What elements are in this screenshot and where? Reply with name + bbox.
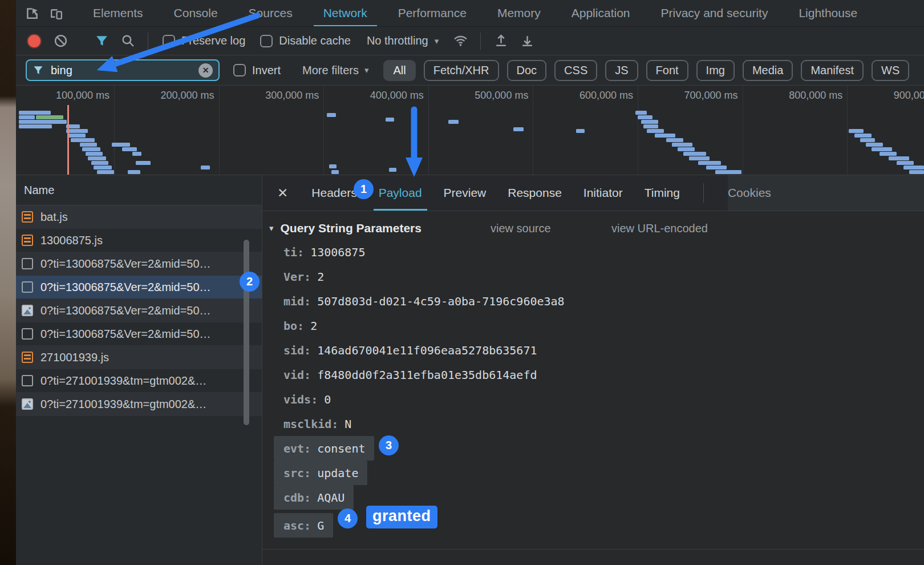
param-pair: cdb: AQAU	[274, 485, 354, 510]
param-pair: msclkid: N	[283, 411, 360, 436]
network-overview-timeline[interactable]: 100,000 ms 200,000 ms 300,000 ms 400,000…	[16, 86, 924, 175]
preserve-log-label: Preserve log	[181, 34, 245, 47]
waterfall-bar	[112, 143, 130, 147]
request-row[interactable]: 0?ti=13006875&Ver=2&mid=50…	[16, 299, 262, 322]
waterfall-bar	[327, 113, 336, 117]
request-list-scrollbar[interactable]	[244, 240, 249, 425]
clear-filter-icon[interactable]: ✕	[198, 63, 213, 78]
detail-tab[interactable]: Payload	[368, 175, 433, 211]
filter-input[interactable]: bing ✕	[26, 59, 220, 81]
request-row[interactable]: 0?ti=13006875&Ver=2&mid=50…	[16, 322, 262, 346]
waterfall-bar	[635, 111, 647, 115]
param-key: cdb:	[283, 491, 311, 505]
waterfall-bar	[889, 156, 909, 160]
waterfall-bar	[86, 152, 103, 156]
filter-chip[interactable]: JS	[605, 60, 638, 81]
query-string-section-header[interactable]: ▾ Query String Parameters view source vi…	[269, 219, 924, 237]
filter-chip[interactable]: Img	[696, 60, 735, 81]
timeline-gridline	[533, 86, 533, 175]
more-filters-dropdown[interactable]: More filters ▾	[302, 64, 368, 77]
payload-body: ▾ Query String Parameters view source vi…	[262, 211, 924, 550]
section-divider	[262, 549, 924, 550]
preserve-log-checkbox[interactable]: Preserve log	[157, 34, 251, 47]
request-row[interactable]: 271001939.js	[16, 346, 262, 369]
param-row: mid: 507d803d-d021-4c59-a0ba-7196c960e3a…	[283, 289, 924, 313]
timeline-gridline	[323, 86, 324, 175]
main-tab[interactable]: Sources	[233, 0, 308, 27]
waterfall-bar	[386, 118, 394, 122]
main-tab[interactable]: Lighthouse	[783, 0, 873, 27]
detail-tab[interactable]: Preview	[433, 175, 497, 211]
filter-chip[interactable]: All	[383, 60, 415, 81]
main-tab[interactable]: Privacy and security	[645, 0, 783, 27]
view-url-encoded-link[interactable]: view URL-encoded	[611, 222, 708, 235]
filter-query-text: bing	[51, 64, 192, 77]
close-detail-icon[interactable]: ✕	[271, 185, 294, 201]
search-icon[interactable]	[116, 30, 139, 53]
filter-chip[interactable]: WS	[872, 60, 909, 81]
param-value: 13006875	[310, 245, 365, 259]
param-pair: ti: 13006875	[283, 240, 374, 264]
request-row[interactable]: 0?ti=13006875&Ver=2&mid=50…	[16, 276, 262, 299]
filter-chip[interactable]: Font	[646, 60, 688, 81]
waterfall-bar	[97, 170, 114, 174]
detail-tab[interactable]: Cookies	[717, 175, 782, 211]
filter-chip[interactable]: CSS	[554, 60, 597, 81]
waterfall-bar	[389, 168, 396, 172]
toolbar-divider	[480, 33, 481, 50]
network-conditions-icon[interactable]	[449, 30, 472, 53]
main-tab[interactable]: Elements	[78, 0, 159, 27]
request-row[interactable]: 0?ti=13006875&Ver=2&mid=50…	[16, 252, 262, 276]
filter-chip[interactable]: Manifest	[801, 60, 864, 81]
waterfall-bar	[91, 161, 108, 165]
clear-network-log-icon[interactable]	[49, 30, 72, 53]
waterfall-bar	[672, 143, 692, 147]
filter-chip[interactable]: Fetch/XHR	[424, 60, 499, 81]
detail-tab[interactable]: Response	[497, 175, 573, 211]
waterfall-bar	[201, 166, 210, 170]
main-tab[interactable]: Network	[308, 0, 383, 27]
disable-cache-checkbox[interactable]: Disable cache	[254, 34, 356, 47]
doc-icon	[22, 328, 33, 340]
view-source-link[interactable]: view source	[491, 222, 551, 235]
param-row: Ver: 2	[283, 264, 924, 289]
request-row[interactable]: 0?ti=271001939&tm=gtm002&…	[16, 369, 262, 393]
request-row[interactable]: 0?ti=271001939&tm=gtm002&…	[16, 393, 262, 416]
script-icon	[22, 211, 33, 223]
param-value: G	[317, 519, 324, 532]
waterfall-bar	[647, 129, 664, 133]
record-button[interactable]	[23, 30, 46, 53]
inspect-element-icon[interactable]	[21, 2, 43, 25]
detail-tab[interactable]: Timing	[634, 175, 691, 211]
timeline-gridline	[428, 86, 429, 175]
image-icon	[22, 305, 33, 316]
main-tab[interactable]: Application	[556, 0, 646, 27]
invert-checkbox[interactable]: Invert	[228, 64, 286, 77]
waterfall-bar	[666, 138, 683, 142]
filter-chip[interactable]: Media	[743, 60, 793, 81]
param-key: ti:	[283, 245, 304, 259]
param-key: vids:	[283, 393, 318, 406]
filter-chip[interactable]: Doc	[507, 60, 547, 81]
waterfall-bar	[122, 147, 137, 151]
param-value: 0	[324, 393, 331, 406]
filter-toggle-icon[interactable]	[90, 30, 113, 53]
param-pair: src: update	[274, 461, 367, 485]
request-row[interactable]: bat.js	[16, 205, 262, 229]
export-har-icon[interactable]	[516, 30, 538, 53]
name-column-header[interactable]: Name	[16, 175, 262, 205]
detail-tab[interactable]: Initiator	[573, 175, 634, 211]
request-row[interactable]: 13006875.js	[16, 229, 262, 252]
waterfall-bar	[655, 134, 675, 138]
devtools-window: Elements Console Sources Network Perform…	[0, 0, 924, 565]
main-tab[interactable]: Console	[159, 0, 233, 27]
import-har-icon[interactable]	[489, 30, 512, 53]
device-toolbar-icon[interactable]	[44, 2, 67, 25]
disclosure-triangle-icon[interactable]: ▾	[269, 223, 274, 233]
throttling-select[interactable]: No throttling ▾	[360, 34, 445, 47]
detail-tab[interactable]: Headers	[301, 175, 367, 211]
main-tab[interactable]: Performance	[383, 0, 482, 27]
timeline-tick-label: 800,000 ms	[789, 90, 842, 102]
waterfall-bar	[638, 115, 653, 119]
main-tab[interactable]: Memory	[482, 0, 556, 27]
